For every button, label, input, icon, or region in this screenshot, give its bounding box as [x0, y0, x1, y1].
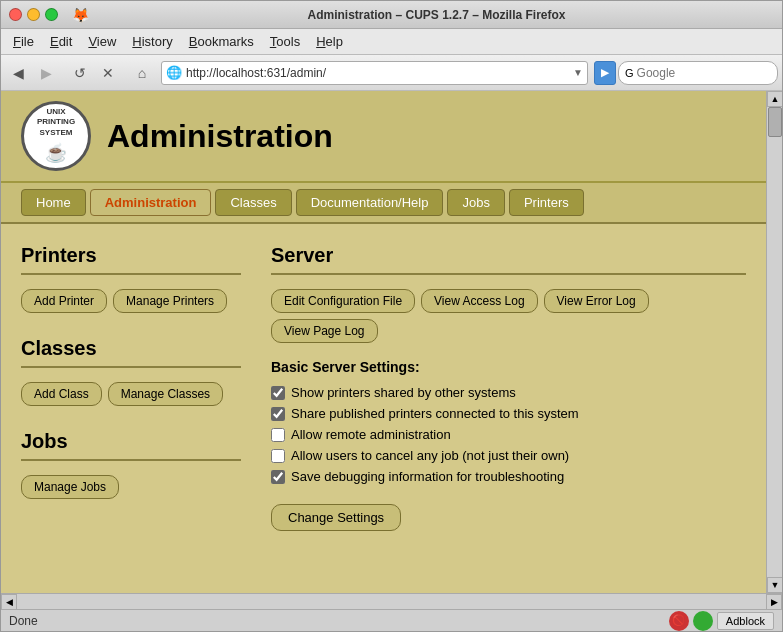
printers-section-title: Printers — [21, 244, 241, 275]
checkbox-label-4: Save debugging information for troublesh… — [291, 469, 564, 484]
checkbox-cancel-jobs[interactable] — [271, 449, 285, 463]
search-bar[interactable]: G 🔍 — [618, 61, 778, 85]
menu-tools[interactable]: Tools — [262, 31, 308, 52]
printers-buttons: Add Printer Manage Printers — [21, 289, 241, 313]
classes-section-title: Classes — [21, 337, 241, 368]
scroll-left-button[interactable]: ◀ — [1, 594, 17, 610]
status-icons: 🚫 Adblock — [669, 611, 774, 631]
forward-button[interactable]: ▶ — [33, 60, 59, 86]
checkbox-share-published[interactable] — [271, 407, 285, 421]
checkbox-row-3: Allow users to cancel any job (not just … — [271, 448, 746, 463]
home-button[interactable]: ⌂ — [129, 60, 155, 86]
content-area: UNIX PRINTING SYSTEM ☕ Administration Ho… — [1, 91, 782, 593]
google-icon: G — [625, 67, 634, 79]
menu-edit[interactable]: Edit — [42, 31, 80, 52]
scroll-up-button[interactable]: ▲ — [767, 91, 782, 107]
view-page-log-button[interactable]: View Page Log — [271, 319, 378, 343]
maximize-button[interactable] — [45, 8, 58, 21]
search-input[interactable] — [637, 66, 783, 80]
view-error-log-button[interactable]: View Error Log — [544, 289, 649, 313]
checkbox-row-2: Allow remote administration — [271, 427, 746, 442]
menu-help[interactable]: Help — [308, 31, 351, 52]
toolbar: ◀ ▶ ↺ ✕ ⌂ 🌐 ▼ ▶ G 🔍 — [1, 55, 782, 91]
minimize-button[interactable] — [27, 8, 40, 21]
tab-home[interactable]: Home — [21, 189, 86, 216]
right-column: Server Edit Configuration File View Acce… — [271, 244, 746, 531]
add-printer-button[interactable]: Add Printer — [21, 289, 107, 313]
checkbox-remote-admin[interactable] — [271, 428, 285, 442]
basic-settings-title: Basic Server Settings: — [271, 359, 746, 375]
adblock-button[interactable]: Adblock — [717, 612, 774, 630]
checkbox-row-1: Share published printers connected to th… — [271, 406, 746, 421]
checkbox-label-3: Allow users to cancel any job (not just … — [291, 448, 569, 463]
view-access-log-button[interactable]: View Access Log — [421, 289, 538, 313]
address-dropdown-icon[interactable]: ▼ — [573, 67, 583, 78]
scroll-track[interactable] — [767, 107, 782, 577]
add-class-button[interactable]: Add Class — [21, 382, 102, 406]
page-title: Administration — [107, 118, 333, 155]
reload-button[interactable]: ↺ — [67, 60, 93, 86]
edit-config-button[interactable]: Edit Configuration File — [271, 289, 415, 313]
tab-printers[interactable]: Printers — [509, 189, 584, 216]
cups-logo-text: UNIX PRINTING SYSTEM ☕ — [37, 107, 75, 166]
go-icon: ▶ — [601, 67, 609, 78]
status-text: Done — [9, 614, 661, 628]
go-button[interactable]: ▶ — [594, 61, 616, 85]
tab-classes[interactable]: Classes — [215, 189, 291, 216]
page-header: UNIX PRINTING SYSTEM ☕ Administration — [1, 91, 766, 183]
manage-printers-button[interactable]: Manage Printers — [113, 289, 227, 313]
address-input[interactable] — [186, 66, 569, 80]
menu-view[interactable]: View — [80, 31, 124, 52]
hscroll-track[interactable] — [17, 595, 766, 609]
tab-administration[interactable]: Administration — [90, 189, 212, 216]
checkbox-label-2: Allow remote administration — [291, 427, 451, 442]
titlebar: 🦊 Administration – CUPS 1.2.7 – Mozilla … — [1, 1, 782, 29]
security-icon: 🚫 — [669, 611, 689, 631]
scroll-down-button[interactable]: ▼ — [767, 577, 782, 593]
menu-history[interactable]: History — [124, 31, 180, 52]
menu-file[interactable]: File — [5, 31, 42, 52]
checkbox-debug-info[interactable] — [271, 470, 285, 484]
page: UNIX PRINTING SYSTEM ☕ Administration Ho… — [1, 91, 766, 593]
page-icon: 🌐 — [166, 65, 182, 80]
page-scroll[interactable]: UNIX PRINTING SYSTEM ☕ Administration Ho… — [1, 91, 766, 593]
menubar: File Edit View History Bookmarks Tools H… — [1, 29, 782, 55]
server-section-title: Server — [271, 244, 746, 275]
address-bar[interactable]: 🌐 ▼ — [161, 61, 588, 85]
stop-button[interactable]: ✕ — [95, 60, 121, 86]
checkbox-label-0: Show printers shared by other systems — [291, 385, 516, 400]
cups-logo: UNIX PRINTING SYSTEM ☕ — [21, 101, 91, 171]
jobs-section-title: Jobs — [21, 430, 241, 461]
nav-tabs: Home Administration Classes Documentatio… — [1, 183, 766, 224]
ssl-icon — [693, 611, 713, 631]
window-title: Administration – CUPS 1.2.7 – Mozilla Fi… — [99, 8, 774, 22]
left-column: Printers Add Printer Manage Printers Cla… — [21, 244, 241, 531]
checkbox-shared-printers[interactable] — [271, 386, 285, 400]
traffic-lights — [9, 8, 58, 21]
tab-jobs[interactable]: Jobs — [447, 189, 504, 216]
change-settings-button[interactable]: Change Settings — [271, 504, 401, 531]
statusbar: Done 🚫 Adblock — [1, 609, 782, 631]
checkbox-row-0: Show printers shared by other systems — [271, 385, 746, 400]
jobs-buttons: Manage Jobs — [21, 475, 241, 499]
manage-jobs-button[interactable]: Manage Jobs — [21, 475, 119, 499]
horizontal-scrollbar[interactable]: ◀ ▶ — [1, 593, 782, 609]
manage-classes-button[interactable]: Manage Classes — [108, 382, 223, 406]
server-buttons: Edit Configuration File View Access Log … — [271, 289, 746, 343]
scroll-thumb[interactable] — [768, 107, 782, 137]
checkbox-row-4: Save debugging information for troublesh… — [271, 469, 746, 484]
checkbox-label-1: Share published printers connected to th… — [291, 406, 579, 421]
tab-documentation-help[interactable]: Documentation/Help — [296, 189, 444, 216]
classes-buttons: Add Class Manage Classes — [21, 382, 241, 406]
close-button[interactable] — [9, 8, 22, 21]
vertical-scrollbar[interactable]: ▲ ▼ — [766, 91, 782, 593]
scroll-right-button[interactable]: ▶ — [766, 594, 782, 610]
menu-bookmarks[interactable]: Bookmarks — [181, 31, 262, 52]
browser-window: 🦊 Administration – CUPS 1.2.7 – Mozilla … — [0, 0, 783, 632]
firefox-icon: 🦊 — [72, 7, 89, 23]
main-content: Printers Add Printer Manage Printers Cla… — [1, 224, 766, 551]
back-button[interactable]: ◀ — [5, 60, 31, 86]
